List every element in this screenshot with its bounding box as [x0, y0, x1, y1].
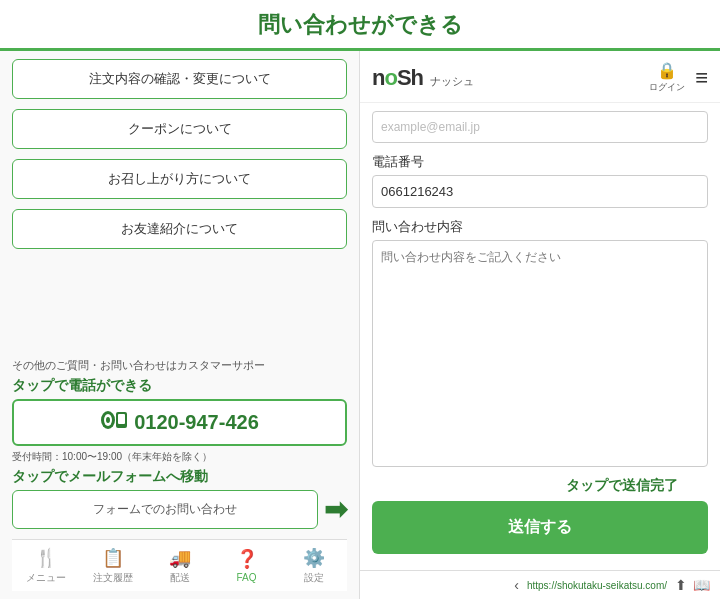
menu-item-dining[interactable]: お召し上がり方について	[12, 159, 347, 199]
submit-tap-label: タップで送信完了	[372, 477, 708, 495]
logo-text: noSh	[372, 65, 428, 90]
back-icon[interactable]: ‹	[514, 577, 519, 593]
page-title: 問い合わせができる	[0, 0, 720, 51]
bookmark-icon[interactable]: 📖	[693, 577, 710, 593]
mail-tap-label: タップでメールフォームへ移動	[12, 468, 347, 486]
phone-tap-label: タップで電話ができる	[12, 377, 347, 395]
share-icon[interactable]: ⬆	[675, 577, 687, 593]
logo: noSh ナッシュ	[372, 65, 474, 91]
main-layout: 注文内容の確認・変更について クーポンについて お召し上がり方について お友達紹…	[0, 51, 720, 599]
submit-button[interactable]: 送信する	[372, 501, 708, 554]
inquiry-field-label: 問い合わせ内容	[372, 218, 708, 236]
login-label: ログイン	[649, 81, 685, 94]
inquiry-textarea[interactable]	[372, 240, 708, 467]
login-button[interactable]: 🔒 ログイン	[649, 61, 685, 94]
nav-item-faq[interactable]: ❓ FAQ	[213, 540, 280, 591]
email-input[interactable]: example@email.jp	[372, 111, 708, 143]
delivery-icon: 🚚	[169, 547, 191, 569]
phone-hours: 受付時間：10:00〜19:00（年末年始を除く）	[12, 450, 347, 464]
nav-item-delivery[interactable]: 🚚 配送	[146, 540, 213, 591]
nav-label-menu: メニュー	[26, 571, 66, 585]
phone-field[interactable]: 0661216243	[372, 175, 708, 208]
right-header: noSh ナッシュ 🔒 ログイン ≡	[360, 51, 720, 103]
nav-item-history[interactable]: 📋 注文履歴	[79, 540, 146, 591]
support-section: その他のご質問・お問い合わせはカスタマーサポー タップで電話ができる 0120-…	[12, 358, 347, 591]
right-panel: noSh ナッシュ 🔒 ログイン ≡ example@email.jp 電話番号…	[360, 51, 720, 599]
footer-icons: ⬆ 📖	[675, 577, 710, 593]
settings-icon: ⚙️	[303, 547, 325, 569]
logo-n: n	[372, 65, 384, 90]
phone-number: 0120-947-426	[134, 411, 259, 434]
right-footer: ‹ https://shokutaku-seikatsu.com/ ⬆ 📖	[360, 570, 720, 599]
header-icons: 🔒 ログイン ≡	[649, 61, 708, 94]
phone-field-label: 電話番号	[372, 153, 708, 171]
phone-box[interactable]: 0120-947-426	[12, 399, 347, 446]
svg-rect-4	[118, 414, 125, 424]
hamburger-icon[interactable]: ≡	[695, 65, 708, 91]
menu-item-referral[interactable]: お友達紹介について	[12, 209, 347, 249]
svg-point-2	[106, 417, 110, 423]
form-area: example@email.jp 電話番号 0661216243 問い合わせ内容…	[360, 103, 720, 570]
form-button[interactable]: フォームでのお問い合わせ	[12, 490, 318, 529]
arrow-right-icon: ➡	[324, 493, 347, 526]
nav-label-faq: FAQ	[236, 572, 256, 583]
logo-h: h	[411, 65, 423, 90]
submit-section: タップで送信完了 送信する	[372, 477, 708, 562]
menu-item-order[interactable]: 注文内容の確認・変更について	[12, 59, 347, 99]
lock-icon: 🔒	[657, 61, 677, 80]
logo-s: S	[397, 65, 411, 90]
logo-o: o	[384, 65, 396, 90]
left-panel: 注文内容の確認・変更について クーポンについて お召し上がり方について お友達紹…	[0, 51, 360, 599]
nav-label-history: 注文履歴	[93, 571, 133, 585]
faq-icon: ❓	[236, 548, 258, 570]
nav-item-menu[interactable]: 🍴 メニュー	[12, 540, 79, 591]
phone-icon	[100, 409, 128, 436]
footer-url: https://shokutaku-seikatsu.com/	[527, 580, 667, 591]
form-button-row: フォームでのお問い合わせ ➡	[12, 490, 347, 529]
history-icon: 📋	[102, 547, 124, 569]
nav-item-settings[interactable]: ⚙️ 設定	[280, 540, 347, 591]
nav-label-settings: 設定	[304, 571, 324, 585]
logo-ruby: ナッシュ	[430, 75, 474, 87]
menu-icon: 🍴	[35, 547, 57, 569]
menu-item-coupon[interactable]: クーポンについて	[12, 109, 347, 149]
bottom-nav: 🍴 メニュー 📋 注文履歴 🚚 配送 ❓ FAQ ⚙️ 設定	[12, 539, 347, 591]
nav-label-delivery: 配送	[170, 571, 190, 585]
support-text: その他のご質問・お問い合わせはカスタマーサポー	[12, 358, 347, 373]
